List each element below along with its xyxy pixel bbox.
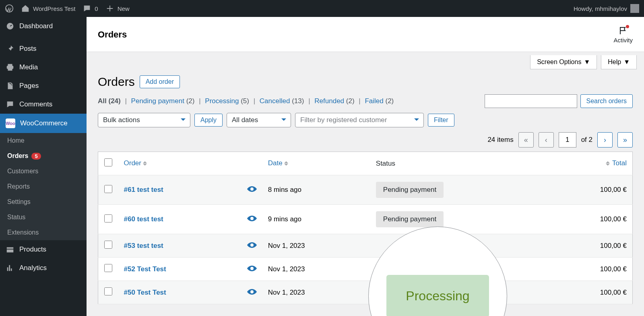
status-badge: Pending payment (376, 182, 444, 198)
date-filter-select[interactable]: All dates (227, 113, 291, 127)
filter-button[interactable]: Filter (428, 114, 454, 127)
preview-icon[interactable] (247, 186, 257, 193)
row-checkbox[interactable] (104, 287, 112, 295)
account-link[interactable]: Howdy, mhmihaylov (574, 4, 639, 13)
order-link[interactable]: #53 test test (124, 242, 163, 249)
filter-processing[interactable]: Processing (205, 97, 239, 105)
row-checkbox[interactable] (104, 185, 112, 193)
customer-filter-select[interactable]: Filter by registered customer (295, 113, 424, 127)
search-orders-button[interactable]: Search orders (580, 94, 633, 108)
activity-button[interactable]: Activity (613, 26, 633, 44)
submenu-orders[interactable]: Orders 5 (0, 148, 87, 164)
order-link[interactable]: #61 test test (124, 186, 163, 193)
filter-failed[interactable]: Failed (365, 97, 383, 105)
preview-icon[interactable] (247, 215, 257, 223)
order-link[interactable]: #60 test test (124, 215, 163, 223)
menu-label: Posts (19, 45, 37, 53)
screen-meta-tabs: Screen Options ▼ Help ▼ (87, 52, 644, 69)
new-content-link[interactable]: New (105, 4, 130, 13)
site-home-link[interactable]: WordPress Test (21, 4, 75, 13)
orders-count-badge: 5 (31, 153, 41, 160)
menu-comments[interactable]: Comments (0, 95, 87, 114)
status-badge: Pending payment (376, 211, 444, 227)
table-row[interactable]: #53 test testNov 1, 2023100,00 € (98, 234, 633, 258)
submenu-customers[interactable]: Customers (0, 164, 87, 179)
row-checkbox[interactable] (104, 214, 112, 222)
bulk-actions-select[interactable]: Bulk actions (98, 113, 190, 127)
preview-icon[interactable] (247, 265, 257, 273)
comment-icon (6, 100, 14, 109)
filter-pending[interactable]: Pending payment (131, 97, 184, 105)
menu-dashboard[interactable]: Dashboard (0, 17, 87, 35)
pin-icon (6, 44, 14, 53)
menu-posts[interactable]: Posts (0, 40, 87, 58)
row-checkbox[interactable] (104, 264, 112, 272)
order-link[interactable]: #50 Test Test (124, 289, 166, 296)
submenu-home[interactable]: Home (0, 133, 87, 148)
wordpress-icon (5, 4, 14, 13)
submenu-settings[interactable]: Settings (0, 194, 87, 210)
preview-icon[interactable] (247, 289, 257, 296)
row-checkbox[interactable] (104, 241, 112, 249)
current-page-input[interactable] (559, 132, 576, 148)
status-filter-links: All (24) | Pending payment (2) | Process… (98, 97, 394, 105)
table-row[interactable]: #52 Test TestNov 1, 2023100,00 € (98, 258, 633, 281)
order-total: 100,00 € (547, 281, 632, 304)
column-status[interactable]: Status (370, 152, 547, 175)
menu-woocommerce[interactable]: Woo WooCommerce (0, 114, 87, 133)
order-date: Nov 1, 2023 (262, 258, 370, 281)
submenu-status[interactable]: Status (0, 210, 87, 225)
menu-label: Media (19, 63, 38, 71)
sort-icon (284, 159, 288, 168)
filter-refunded[interactable]: Refunded (314, 97, 344, 105)
page-title: Orders (98, 29, 127, 40)
help-tab[interactable]: Help ▼ (601, 55, 637, 69)
woo-icon: Woo (6, 118, 15, 128)
prev-page-button[interactable]: ‹ (539, 132, 554, 148)
menu-pages[interactable]: Pages (0, 77, 87, 95)
order-date: Nov 1, 2023 (262, 281, 370, 304)
submenu-reports[interactable]: Reports (0, 179, 87, 194)
orders-heading: Orders (98, 75, 135, 89)
site-name: WordPress Test (33, 5, 75, 12)
dashboard-icon (6, 22, 14, 31)
menu-analytics[interactable]: Analytics (0, 259, 87, 277)
menu-products[interactable]: Products (0, 240, 87, 259)
submenu-label: Orders (7, 152, 28, 160)
order-total: 100,00 € (547, 205, 632, 234)
next-page-button[interactable]: › (597, 132, 613, 148)
pages-icon (6, 81, 14, 90)
screen-options-tab[interactable]: Screen Options ▼ (530, 55, 597, 69)
comments-count: 0 (95, 5, 98, 12)
preview-icon[interactable] (247, 242, 257, 249)
menu-media[interactable]: Media (0, 58, 87, 77)
column-total[interactable]: Total (547, 152, 632, 175)
sort-icon (143, 159, 147, 168)
filter-all[interactable]: All (24) (98, 97, 121, 105)
admin-bar: WordPress Test 0 New Howdy, mhmihaylov (0, 0, 644, 17)
menu-label: Analytics (19, 264, 47, 272)
order-date: 8 mins ago (262, 175, 370, 205)
column-order[interactable]: Order (118, 152, 238, 175)
submenu-label: Customers (7, 168, 38, 175)
filter-cancelled[interactable]: Cancelled (260, 97, 290, 105)
comments-link[interactable]: 0 (83, 4, 98, 13)
first-page-button[interactable]: « (518, 132, 534, 148)
new-label: New (118, 5, 130, 12)
column-date[interactable]: Date (262, 152, 370, 175)
activity-label: Activity (613, 37, 633, 44)
chevron-down-icon: ▼ (584, 58, 590, 66)
select-all-checkbox[interactable] (104, 158, 112, 166)
table-row[interactable]: #60 test test9 mins agoPending payment10… (98, 205, 633, 234)
order-link[interactable]: #52 Test Test (124, 265, 166, 273)
add-order-button[interactable]: Add order (140, 75, 180, 88)
wp-logo[interactable] (5, 4, 14, 13)
submenu-label: Home (7, 137, 25, 144)
search-input[interactable] (485, 94, 577, 108)
apply-button[interactable]: Apply (194, 114, 223, 127)
table-row[interactable]: #50 Test TestNov 1, 2023100,00 € (98, 281, 633, 304)
table-row[interactable]: #61 test test8 mins agoPending payment10… (98, 175, 633, 205)
submenu-extensions[interactable]: Extensions (0, 225, 87, 240)
last-page-button[interactable]: » (617, 132, 633, 148)
order-total: 100,00 € (547, 234, 632, 258)
